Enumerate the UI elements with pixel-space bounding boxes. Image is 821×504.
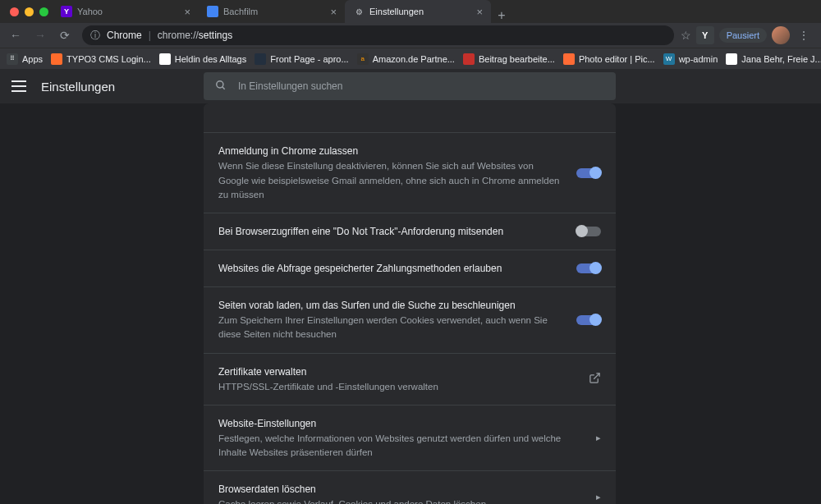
row-title: Bei Browserzugriffen eine "Do Not Track"… [218,224,560,239]
bookmark-label: Photo editor | Pic... [579,54,655,64]
row-title: Seiten vorab laden, um das Surfen und di… [218,298,560,313]
url-scheme: Chrome [107,30,142,41]
bookmark-item[interactable]: Jana Behr, Freie J... [726,53,821,65]
tab-item-active[interactable]: ⚙ Einstellungen × [345,0,491,23]
bookmark-item[interactable]: TYPO3 CMS Login... [51,53,151,65]
bookmark-label: Apps [22,54,43,64]
forward-button[interactable]: → [30,25,51,46]
profile-paused-badge[interactable]: Pausiert [719,28,767,43]
row-title: Website-Einstellungen [218,416,580,431]
bookmark-favicon-icon [563,53,575,65]
bookmark-star-icon[interactable]: ☆ [681,29,691,42]
menu-button[interactable] [11,80,26,92]
extension-button[interactable]: Y [696,26,714,44]
row-subtext: Festlegen, welche Informationen von Webs… [218,432,580,460]
tab-item[interactable]: Bachfilm × [199,0,345,23]
settings-search[interactable] [204,72,616,100]
tab-label: Yahoo [77,7,103,16]
toggle-signin[interactable] [576,168,601,178]
bookmark-item[interactable]: Wwp-admin [663,53,718,65]
row-title: Zertifikate verwalten [218,364,572,379]
bookmark-item[interactable]: Beitrag bearbeite... [463,53,555,65]
external-link-icon [589,372,601,387]
favicon-icon: Y [61,6,72,17]
settings-content: — Anmeldung in Chrome zulassen Wenn Sie … [0,103,821,504]
chevron-right-icon: ▸ [596,433,601,443]
browser-toolbar: ← → ⟳ ⓘ Chrome | chrome://settings ☆ Y P… [0,23,821,48]
gear-icon: ⚙ [353,6,365,17]
tab-item[interactable]: Y Yahoo × [53,0,199,23]
settings-row-dnt: Bei Browserzugriffen eine "Do Not Track"… [204,213,616,250]
privacy-card: — Anmeldung in Chrome zulassen Wenn Sie … [204,103,616,504]
window-zoom-button[interactable] [39,7,48,16]
bookmark-favicon-icon [726,53,737,65]
bookmark-item[interactable]: ⠿Apps [7,53,43,65]
bookmark-favicon-icon [463,53,475,65]
tab-close-icon[interactable]: × [184,6,190,18]
bookmark-label: Amazon.de Partne... [373,54,455,64]
bookmark-label: TYPO3 CMS Login... [67,54,151,64]
bookmark-item[interactable]: Front Page - apro... [255,53,348,65]
url-prefix: chrome:// [158,30,199,41]
row-subtext: HTTPS/SSL-Zertifikate und -Einstellungen… [218,380,572,394]
tab-strip: Y Yahoo × Bachfilm × ⚙ Einstellungen × + [53,0,512,23]
bookmark-item[interactable]: Heldin des Alltags [159,53,246,65]
toggle-dnt[interactable] [576,227,601,236]
window-close-button[interactable] [10,7,19,16]
chevron-right-icon: ▸ [596,492,601,502]
bookmark-label: Beitrag bearbeite... [479,54,555,64]
bookmark-label: wp-admin [679,54,718,64]
back-button[interactable]: ← [5,25,26,46]
browser-menu-button[interactable]: ⋮ [795,29,813,42]
url-path: settings [199,30,232,41]
bookmark-label: Front Page - apro... [270,54,348,64]
settings-row-certificates[interactable]: Zertifikate verwalten HTTPS/SSL-Zertifik… [204,354,616,405]
tab-label: Bachfilm [223,7,258,16]
bookmarks-bar: ⠿Apps TYPO3 CMS Login... Heldin des Allt… [0,48,821,69]
avatar[interactable] [772,26,790,44]
row-title: Browserdaten löschen [218,482,580,497]
bookmark-label: Heldin des Alltags [175,54,246,64]
tab-close-icon[interactable]: × [330,6,337,18]
window-minimize-button[interactable] [25,7,34,16]
address-bar[interactable]: ⓘ Chrome | chrome://settings [82,25,674,45]
window-controls [7,7,48,16]
settings-row-payment: Websites die Abfrage gespeicherter Zahlu… [204,250,616,287]
toggle-payment[interactable] [576,263,601,273]
tab-label: Einstellungen [369,7,424,16]
favicon-icon [207,6,218,17]
bookmark-favicon-icon [51,53,62,65]
search-icon [215,80,227,94]
bookmark-item[interactable]: aAmazon.de Partne... [357,53,455,65]
new-tab-button[interactable]: + [491,8,512,23]
settings-row-clear-data[interactable]: Browserdaten löschen Cache leeren sowie … [204,471,616,504]
row-subtext: Wenn Sie diese Einstellung deaktivieren,… [218,159,560,202]
toggle-preload[interactable] [576,315,601,325]
site-info-icon[interactable]: ⓘ [90,29,100,43]
tab-close-icon[interactable]: × [476,6,483,18]
settings-row-cutoff: — [204,103,616,133]
settings-row-site-settings[interactable]: Website-Einstellungen Festlegen, welche … [204,405,616,472]
search-input[interactable] [238,80,604,92]
apps-icon: ⠿ [7,53,18,65]
bookmark-favicon-icon: a [357,53,369,65]
reload-button[interactable]: ⟳ [54,25,76,46]
bookmark-label: Jana Behr, Freie J... [741,54,821,64]
bookmark-favicon-icon [255,53,266,65]
svg-line-1 [222,86,225,89]
row-subtext: Zum Speichern Ihrer Einstellungen werden… [218,314,560,342]
svg-line-2 [594,373,599,379]
settings-row-preload: Seiten vorab laden, um das Surfen und di… [204,287,616,354]
bookmark-favicon-icon [159,53,171,65]
bookmark-item[interactable]: Photo editor | Pic... [563,53,655,65]
row-title: Websites die Abfrage gespeicherter Zahlu… [218,261,560,276]
settings-header: Einstellungen [0,69,821,103]
row-title: Anmeldung in Chrome zulassen [218,144,560,158]
svg-point-0 [217,80,223,87]
page-title: Einstellungen [41,80,115,94]
bookmark-favicon-icon: W [663,53,675,65]
row-subtext: Cache leeren sowie Verlauf, Cookies und … [218,497,580,504]
settings-row-signin: Anmeldung in Chrome zulassen Wenn Sie di… [204,133,616,213]
